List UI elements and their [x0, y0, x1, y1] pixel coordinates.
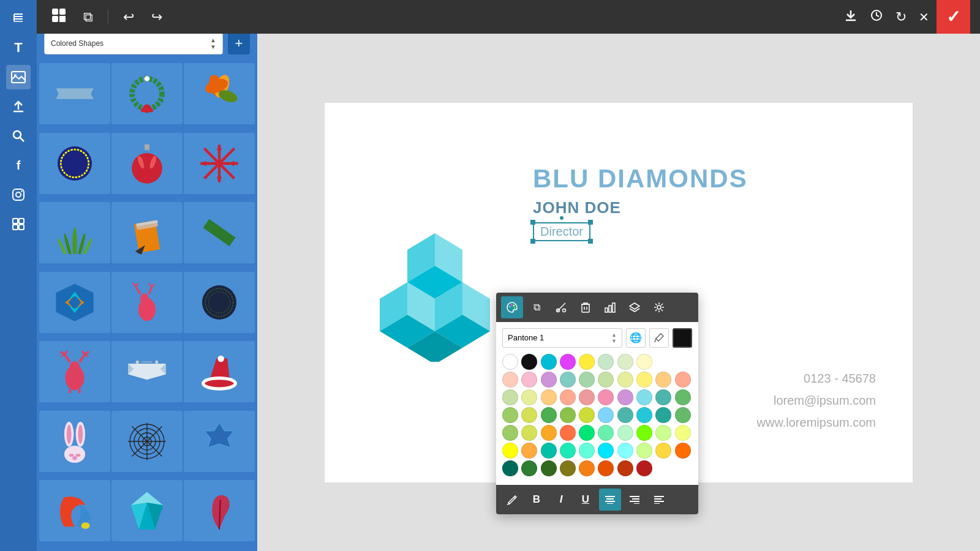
swatch-amber[interactable]: [541, 425, 557, 441]
shape-spider-web[interactable]: [111, 411, 183, 472]
image-tool-icon[interactable]: [6, 65, 31, 89]
swatch-green6[interactable]: [579, 425, 595, 441]
swatch-cream[interactable]: [636, 354, 652, 370]
swatch-lime7[interactable]: [636, 425, 652, 441]
confirm-button[interactable]: ✓: [937, 0, 970, 34]
swatch-lightgreen[interactable]: [598, 354, 614, 370]
swatch-gold[interactable]: [655, 443, 671, 459]
cp-layers-tool[interactable]: [624, 296, 646, 318]
shape-reindeer-red[interactable]: [111, 272, 183, 333]
swatch-sky[interactable]: [598, 407, 614, 423]
pantone-dropdown[interactable]: Pantone 1 ▲▼: [502, 328, 622, 348]
cp-copy-tool[interactable]: ⧉: [526, 296, 548, 318]
add-category-button[interactable]: +: [228, 32, 250, 54]
swatch-cyan3[interactable]: [636, 407, 652, 423]
swatch-cyan5[interactable]: [617, 443, 633, 459]
shape-flower-orange[interactable]: [184, 63, 255, 124]
instagram-tool-icon[interactable]: [6, 182, 31, 207]
shape-snowflake-red[interactable]: [184, 133, 255, 194]
swatch-black[interactable]: [521, 354, 537, 370]
cp-globe-btn[interactable]: 🌐: [626, 328, 646, 348]
shape-grass-green[interactable]: [39, 202, 110, 263]
swatch-yellow3[interactable]: [521, 407, 537, 423]
cp-bold-btn[interactable]: B: [526, 489, 548, 511]
swatch-red2[interactable]: [579, 389, 595, 405]
swatch-lime2[interactable]: [521, 389, 537, 405]
swatch-teal7[interactable]: [560, 443, 576, 459]
search-tool-icon[interactable]: [6, 124, 31, 148]
shape-moon-multi[interactable]: [39, 480, 110, 541]
shape-ribbon-blue[interactable]: [39, 63, 110, 124]
cp-chart-tool[interactable]: [599, 296, 621, 318]
swatch-orange4[interactable]: [675, 443, 691, 459]
copy-button[interactable]: ⧉: [78, 7, 98, 28]
swatch-yellow-pale[interactable]: [636, 372, 652, 388]
qr-code-button[interactable]: [47, 6, 71, 28]
facebook-tool-icon[interactable]: f: [6, 153, 31, 178]
shape-arrow-green[interactable]: [184, 202, 255, 263]
swatch-orange3[interactable]: [560, 425, 576, 441]
swatch-salmon2[interactable]: [560, 389, 576, 405]
shape-circle-navy[interactable]: [39, 133, 110, 194]
swatch-lavender[interactable]: [541, 372, 557, 388]
refresh-button[interactable]: ↻: [891, 7, 911, 28]
swatch-purple2[interactable]: [617, 389, 633, 405]
swatch-orange5[interactable]: [598, 460, 614, 476]
swatch-mint[interactable]: [617, 425, 633, 441]
swatch-yellow5[interactable]: [675, 425, 691, 441]
cp-cut-tool[interactable]: [550, 296, 572, 318]
cp-delete-tool[interactable]: [575, 296, 597, 318]
swatch-green7[interactable]: [521, 460, 537, 476]
cp-align-right-btn[interactable]: [624, 489, 646, 511]
swatch-lime4[interactable]: [560, 407, 576, 423]
download-button[interactable]: [839, 6, 862, 28]
cp-italic-btn[interactable]: I: [550, 489, 572, 511]
swatch-yellow4[interactable]: [521, 425, 537, 441]
swatch-teal8[interactable]: [502, 460, 518, 476]
swatch-green3[interactable]: [675, 389, 691, 405]
swatch-yellow-light[interactable]: [617, 372, 633, 388]
swatch-lime5[interactable]: [579, 407, 595, 423]
swatch-magenta[interactable]: [560, 354, 576, 370]
cp-settings-tool[interactable]: [648, 296, 670, 318]
swatch-cyan[interactable]: [541, 354, 557, 370]
swatch-teal6[interactable]: [541, 443, 557, 459]
shape-kodi-logo[interactable]: [39, 272, 110, 333]
cp-color-tool[interactable]: [501, 296, 523, 318]
swatch-green-light[interactable]: [579, 372, 595, 388]
swatch-peach[interactable]: [502, 372, 518, 388]
swatch-sky2[interactable]: [598, 443, 614, 459]
cp-black-color-btn[interactable]: [673, 328, 692, 348]
swatch-pink-light[interactable]: [521, 372, 537, 388]
cp-eyedropper-btn[interactable]: [649, 328, 669, 348]
shape-badge-blue[interactable]: [184, 411, 255, 472]
canvas-card[interactable]: BLU DIAMONDS JOHN DOE Director: [325, 103, 913, 482]
swatch-yellow[interactable]: [579, 354, 595, 370]
swatch-green4[interactable]: [541, 407, 557, 423]
category-dropdown[interactable]: Colored Shapes ▲▼: [44, 32, 223, 54]
swatch-amber3[interactable]: [579, 460, 595, 476]
swatch-white[interactable]: [502, 354, 518, 370]
swatch-lime3[interactable]: [502, 407, 518, 423]
swatch-amber2[interactable]: [521, 443, 537, 459]
shape-ornament-red[interactable]: [111, 133, 183, 194]
grid-tool-icon[interactable]: [6, 6, 31, 31]
swatch-lime6[interactable]: [502, 425, 518, 441]
swatch-lime-light[interactable]: [598, 372, 614, 388]
swatch-brown[interactable]: [617, 460, 633, 476]
swatch-green2[interactable]: [502, 389, 518, 405]
swatch-teal5[interactable]: [598, 425, 614, 441]
shape-pencil-orange[interactable]: [111, 202, 183, 263]
layout-tool-icon[interactable]: [6, 212, 31, 236]
cp-align-center-btn[interactable]: [599, 489, 621, 511]
swatch-teal-light[interactable]: [560, 372, 576, 388]
shape-diamond-blue[interactable]: [111, 480, 183, 541]
swatch-teal4[interactable]: [655, 407, 671, 423]
swatch-olive[interactable]: [541, 460, 557, 476]
redo-button[interactable]: ↪: [146, 7, 167, 28]
cp-edit-text-btn[interactable]: [501, 489, 523, 511]
close-button[interactable]: ✕: [914, 7, 934, 27]
swatch-green5[interactable]: [675, 407, 691, 423]
swatch-lime[interactable]: [617, 354, 633, 370]
shape-banner-white[interactable]: [111, 341, 183, 402]
